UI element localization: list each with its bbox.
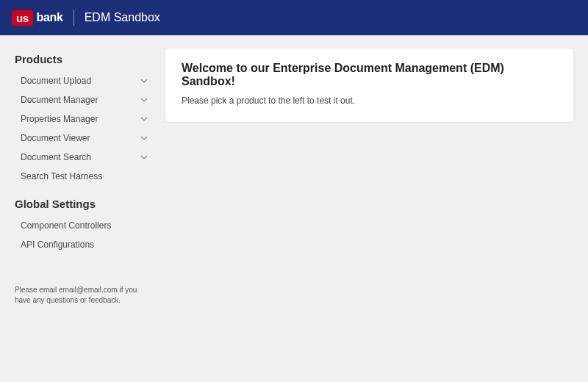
- sidebar-item-label: API Configurations: [21, 239, 94, 250]
- app-header: us bank EDM Sandbox: [0, 0, 588, 35]
- sidebar-item-api-configurations[interactable]: API Configurations: [15, 235, 151, 254]
- sidebar-item-document-upload[interactable]: Document Upload: [15, 71, 151, 90]
- sidebar-item-label: Document Upload: [21, 76, 91, 86]
- chevron-down-icon: [140, 96, 148, 104]
- welcome-title: Welcome to our Enterprise Document Manag…: [182, 62, 557, 88]
- chevron-down-icon: [140, 115, 148, 123]
- welcome-card: Welcome to our Enterprise Document Manag…: [165, 48, 573, 122]
- chevron-down-icon: [140, 134, 148, 142]
- sidebar-item-component-controllers[interactable]: Component Controllers: [15, 216, 151, 235]
- sidebar-item-document-manager[interactable]: Document Manager: [15, 90, 151, 109]
- sidebar-footer-note: Please email email@email.com if you have…: [15, 285, 151, 306]
- sidebar-item-label: Component Controllers: [21, 220, 111, 231]
- chevron-down-icon: [140, 77, 148, 84]
- sidebar-item-document-search[interactable]: Document Search: [15, 148, 151, 167]
- sidebar-item-label: Search Test Harness: [21, 171, 102, 181]
- sidebar-item-label: Document Viewer: [21, 133, 90, 143]
- chevron-down-icon: [140, 154, 148, 161]
- logo-bank: bank: [37, 11, 63, 24]
- sidebar-item-search-test-harness[interactable]: Search Test Harness: [15, 167, 151, 186]
- sidebar-item-label: Document Search: [21, 152, 91, 162]
- sidebar-item-document-viewer[interactable]: Document Viewer: [15, 129, 151, 148]
- sidebar-section-products: Products: [15, 53, 151, 65]
- body: Products Document Upload Document Manage…: [0, 35, 588, 319]
- main-content: Welcome to our Enterprise Document Manag…: [165, 48, 573, 306]
- sidebar-section-global: Global Settings: [15, 198, 151, 210]
- logo-us: us: [12, 10, 33, 26]
- header-divider: [74, 10, 74, 26]
- welcome-body: Please pick a product to the left to tes…: [182, 96, 557, 106]
- sidebar-item-label: Properties Manager: [21, 114, 98, 124]
- sidebar: Products Document Upload Document Manage…: [15, 48, 151, 306]
- brand-logo: us bank: [12, 10, 63, 26]
- sidebar-item-properties-manager[interactable]: Properties Manager: [15, 109, 151, 129]
- sidebar-item-label: Document Manager: [21, 95, 98, 105]
- header-title: EDM Sandbox: [85, 11, 160, 24]
